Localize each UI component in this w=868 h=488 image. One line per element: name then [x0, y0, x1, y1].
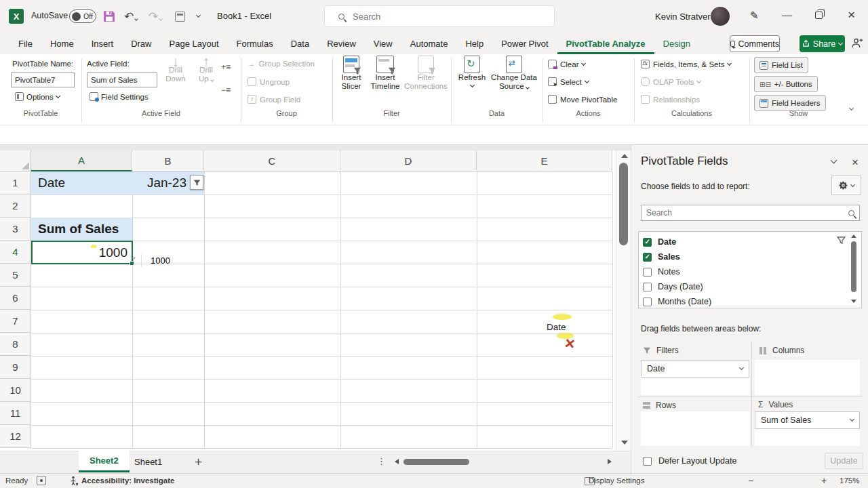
restore-button[interactable] [815, 12, 823, 19]
field-row-date[interactable]: Date [643, 235, 676, 249]
tab-file[interactable]: File [9, 33, 41, 54]
list-scroll-up-icon[interactable] [851, 235, 856, 238]
row-header-11[interactable]: 11 [0, 402, 31, 425]
list-scroll-thumb[interactable] [851, 241, 856, 292]
tab-pivottable-analyze[interactable]: PivotTable Analyze [557, 33, 654, 54]
columns-area[interactable] [755, 360, 860, 395]
tab-home[interactable]: Home [41, 33, 83, 54]
minimize-button[interactable]: — [782, 9, 792, 20]
scroll-down-icon[interactable] [621, 441, 628, 445]
fields-items-sets-button[interactable]: fxFields, Items, & Sets [641, 60, 731, 68]
column-header-d[interactable]: D [340, 150, 477, 171]
insert-slicer-button[interactable]: InsertSlicer [336, 56, 366, 91]
share-person-icon[interactable] [851, 37, 863, 49]
autosave-toggle[interactable]: Off [69, 9, 96, 23]
tab-draw[interactable]: Draw [122, 33, 160, 54]
cell-a1[interactable]: Date [38, 171, 65, 195]
horizontal-scroll-thumb[interactable] [403, 459, 469, 465]
filters-field-date[interactable]: Date [641, 360, 749, 378]
share-button[interactable]: Share [800, 35, 845, 52]
close-button[interactable]: × [848, 7, 855, 22]
undo-icon[interactable]: ↶ [124, 9, 138, 24]
tab-review[interactable]: Review [318, 33, 365, 54]
column-header-e[interactable]: E [477, 150, 612, 171]
row-header-10[interactable]: 10 [0, 379, 31, 402]
macro-record-icon[interactable] [37, 476, 46, 485]
zoom-level[interactable]: 175% [840, 476, 859, 485]
pane-close-icon[interactable]: × [852, 156, 859, 169]
checkbox-months[interactable] [643, 298, 652, 306]
insert-timeline-button[interactable]: InsertTimeline [369, 56, 401, 91]
row-header-4[interactable]: 4 [0, 241, 31, 264]
sheet-tab-sheet1[interactable]: Sheet1 [123, 451, 173, 472]
column-header-a[interactable]: A [31, 150, 132, 171]
scroll-up-icon[interactable] [621, 154, 628, 158]
fields-search-box[interactable] [641, 205, 860, 221]
fields-search-input[interactable] [646, 208, 848, 218]
tab-power-pivot[interactable]: Power Pivot [492, 33, 557, 54]
tab-insert[interactable]: Insert [83, 33, 123, 54]
field-row-months[interactable]: Months (Date) [643, 294, 711, 309]
user-avatar[interactable] [711, 7, 730, 26]
checkbox-days[interactable] [643, 283, 652, 291]
field-filter-icon[interactable] [837, 236, 846, 245]
move-pivottable-button[interactable]: →Move PivotTable [548, 95, 617, 104]
field-row-notes[interactable]: Notes [643, 264, 680, 279]
vertical-scroll-thumb[interactable] [619, 163, 628, 245]
refresh-button[interactable]: ↻ Refresh [456, 56, 488, 87]
checkbox-notes[interactable] [643, 268, 652, 277]
display-settings-label[interactable]: Display Settings [589, 476, 644, 485]
sheet-tab-sheet2[interactable]: Sheet2 [79, 451, 130, 472]
column-header-c[interactable]: C [204, 150, 340, 171]
row-header-6[interactable]: 6 [0, 287, 31, 310]
sheet-bar-options-icon[interactable]: ⋮ [377, 456, 386, 466]
select-all-corner[interactable] [0, 150, 31, 171]
search-bar[interactable] [324, 5, 555, 27]
collapse-ribbon-icon[interactable] [849, 106, 854, 110]
comments-button[interactable]: Comments [730, 35, 780, 52]
pen-mode-icon[interactable]: ✎ [750, 9, 759, 22]
cell-a3[interactable]: Sum of Sales [38, 218, 119, 241]
row-header-9[interactable]: 9 [0, 356, 31, 379]
expand-field-icon[interactable]: +≡ [221, 62, 231, 72]
select-button[interactable]: ➤Select [548, 77, 589, 86]
field-list-scrollbar[interactable] [849, 233, 859, 306]
options-button[interactable]: Options [15, 92, 60, 101]
hscroll-left-icon[interactable] [395, 459, 399, 464]
fields-pane-tools-button[interactable] [831, 176, 861, 195]
tab-formulas[interactable]: Formulas [228, 33, 282, 54]
cell-a4-selected[interactable]: 1000 [31, 241, 133, 264]
redo-icon[interactable]: ↷ [149, 9, 162, 24]
pivot-filter-button[interactable] [190, 175, 203, 190]
clear-button[interactable]: Clear [548, 60, 585, 68]
row-header-7[interactable]: 7 [0, 310, 31, 333]
zoom-in-button[interactable]: + [821, 475, 827, 486]
row-header-5[interactable]: 5 [0, 264, 31, 287]
fill-handle[interactable] [130, 261, 134, 266]
accessibility-status[interactable]: Accessibility: Investigate [81, 476, 174, 485]
field-list-toggle[interactable]: Field List [754, 57, 808, 73]
list-scroll-down-icon[interactable] [851, 300, 856, 303]
tab-design[interactable]: Design [654, 33, 699, 54]
search-input[interactable] [353, 12, 522, 22]
zoom-out-button[interactable]: − [748, 475, 753, 486]
row-header-12[interactable]: 12 [0, 425, 31, 448]
column-header-b[interactable]: B [132, 150, 204, 171]
row-header-1[interactable]: 1 [0, 171, 31, 195]
cell-b1[interactable]: Jan-23 [132, 171, 186, 195]
field-row-days[interactable]: Days (Date) [643, 279, 703, 294]
qat-customize-icon[interactable] [196, 13, 201, 18]
tab-data[interactable]: Data [282, 33, 318, 54]
save-icon[interactable] [103, 10, 115, 22]
plus-minus-buttons-toggle[interactable]: ⊞⊟+/- Buttons [754, 76, 818, 92]
collapse-field-icon[interactable]: −≡ [221, 85, 231, 95]
tab-automate[interactable]: Automate [401, 33, 457, 54]
hscroll-right-icon[interactable] [608, 459, 612, 464]
defer-layout-checkbox[interactable] [643, 457, 652, 466]
values-field-sum-of-sales[interactable]: Sum of Sales [755, 411, 860, 429]
pivottable-name-input[interactable] [11, 73, 75, 87]
row-header-8[interactable]: 8 [0, 333, 31, 356]
change-data-source-button[interactable]: ⇄ Change DataSource [489, 56, 539, 91]
tab-page-layout[interactable]: Page Layout [161, 33, 228, 54]
field-settings-button[interactable]: Field Settings [90, 92, 149, 101]
